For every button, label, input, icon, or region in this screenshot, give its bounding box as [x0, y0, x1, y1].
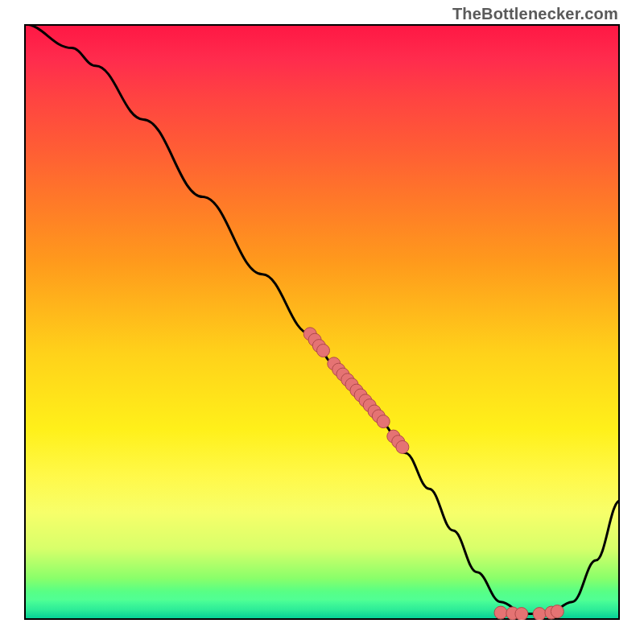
- chart-background-gradient: [24, 24, 620, 620]
- chart-container: TheBottlenecker.com: [0, 0, 644, 644]
- watermark-text: TheBottlenecker.com: [452, 5, 618, 23]
